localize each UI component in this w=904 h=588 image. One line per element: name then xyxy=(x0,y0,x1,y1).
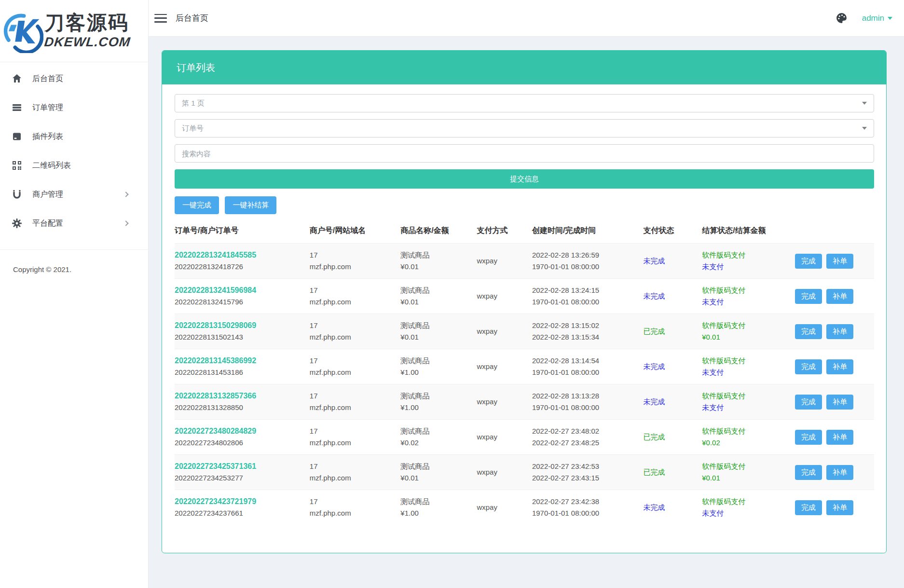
search-input[interactable] xyxy=(175,144,874,163)
product-name: 测试商品 xyxy=(400,249,473,261)
menu-toggle-icon[interactable] xyxy=(154,14,167,23)
product-name: 测试商品 xyxy=(400,320,473,331)
brand-logo-icon xyxy=(3,9,43,53)
order-number-link[interactable]: 2022022723480284829 xyxy=(175,425,306,437)
finish-order-button[interactable]: 完成 xyxy=(795,465,822,480)
sidebar: 刀客源码 DKEWL.COM 后台首页 订单管理 插件列表 二维码列表 xyxy=(0,0,149,588)
order-number-link[interactable]: 2022022813132857366 xyxy=(175,390,306,402)
settle-channel: 软件版码支付 xyxy=(702,461,791,472)
settle-channel: 软件版码支付 xyxy=(702,249,791,261)
finish-order-button[interactable]: 完成 xyxy=(795,500,822,515)
order-row: 20220228131328573662022022813132885017mz… xyxy=(175,384,874,420)
settle-channel: 软件版码支付 xyxy=(702,496,791,507)
order-number-link[interactable]: 2022022723423721979 xyxy=(175,496,306,507)
product-amount: ¥0.01 xyxy=(400,261,473,273)
merchant-id: 17 xyxy=(310,249,397,261)
order-number-link[interactable]: 2022022813150298069 xyxy=(175,320,306,331)
settle-amount: ¥0.02 xyxy=(702,437,791,449)
merchant-id: 17 xyxy=(310,461,397,472)
finish-order-button[interactable]: 完成 xyxy=(795,254,822,269)
finished-time: 1970-01-01 08:00:00 xyxy=(532,367,640,378)
order-number-link[interactable]: 2022022723425371361 xyxy=(175,461,306,472)
brand-logo[interactable]: 刀客源码 DKEWL.COM xyxy=(0,0,148,62)
merchant-order-number: 20220228131502143 xyxy=(175,333,243,341)
settle-all-button[interactable]: 一键补结算 xyxy=(225,196,276,214)
panel-body: 第 1 页 订单号 提交信息 一键完成 一键补结算 xyxy=(162,84,886,553)
finished-time: 1970-01-01 08:00:00 xyxy=(532,261,640,273)
order-number-link[interactable]: 2022022813145386992 xyxy=(175,355,306,367)
search-type-select[interactable]: 订单号 xyxy=(175,119,874,137)
product-amount: ¥0.02 xyxy=(400,437,473,449)
site-domain: mzf.php.com xyxy=(310,367,397,378)
column-header: 商户号/网站域名 xyxy=(310,219,400,244)
created-time: 2022-02-28 13:26:59 xyxy=(532,249,640,261)
merchant-order-number: 20220227234802806 xyxy=(175,438,243,447)
reissue-order-button[interactable]: 补单 xyxy=(826,324,853,339)
finished-time: 1970-01-01 08:00:00 xyxy=(532,296,640,308)
content-area: 订单列表 第 1 页 订单号 提交信息 一键完成 一键补结算 xyxy=(149,37,904,588)
settle-channel: 软件版码支付 xyxy=(702,425,791,437)
pay-method: wxpay xyxy=(477,327,497,335)
page-select[interactable]: 第 1 页 xyxy=(175,94,874,112)
pay-status: 已完成 xyxy=(643,433,665,441)
reissue-order-button[interactable]: 补单 xyxy=(826,359,853,374)
product-name: 测试商品 xyxy=(400,390,473,402)
finish-order-button[interactable]: 完成 xyxy=(795,324,822,339)
pay-status: 未完成 xyxy=(643,397,665,406)
finish-order-button[interactable]: 完成 xyxy=(795,289,822,304)
submit-button[interactable]: 提交信息 xyxy=(175,169,874,189)
merchant-order-number: 20220228132418726 xyxy=(175,262,243,271)
sidebar-item-label: 订单管理 xyxy=(32,103,63,113)
product-amount: ¥0.01 xyxy=(400,331,473,343)
sidebar-item-orders[interactable]: 订单管理 xyxy=(0,93,148,122)
column-header: 创建时间/完成时间 xyxy=(532,219,644,244)
merchant-id: 17 xyxy=(310,285,397,296)
order-number-link[interactable]: 2022022813241596984 xyxy=(175,285,306,296)
pay-status: 未完成 xyxy=(643,503,665,511)
reissue-order-button[interactable]: 补单 xyxy=(826,430,853,445)
sidebar-item-plugins[interactable]: 插件列表 xyxy=(0,122,148,151)
product-amount: ¥0.01 xyxy=(400,296,473,308)
reissue-order-button[interactable]: 补单 xyxy=(826,465,853,480)
column-header: 结算状态/结算金额 xyxy=(702,219,795,244)
order-row: 20220228132418455852022022813241872617mz… xyxy=(175,244,874,279)
reissue-order-button[interactable]: 补单 xyxy=(826,395,853,410)
finish-order-button[interactable]: 完成 xyxy=(795,359,822,374)
pay-status: 未完成 xyxy=(643,257,665,265)
product-name: 测试商品 xyxy=(400,496,473,507)
pay-status: 未完成 xyxy=(643,362,665,370)
settle-amount: ¥0.01 xyxy=(702,331,791,343)
finished-time: 1970-01-01 08:00:00 xyxy=(532,507,640,519)
created-time: 2022-02-28 13:14:54 xyxy=(532,355,640,367)
reissue-order-button[interactable]: 补单 xyxy=(826,500,853,515)
order-row: 20220227234802848292022022723480280617mz… xyxy=(175,420,874,455)
pay-status: 未完成 xyxy=(643,292,665,300)
theme-palette-icon[interactable] xyxy=(836,12,848,24)
complete-all-button[interactable]: 一键完成 xyxy=(175,196,219,214)
order-number-link[interactable]: 2022022813241845585 xyxy=(175,249,306,261)
page-select-value: 第 1 页 xyxy=(182,99,205,108)
created-time: 2022-02-28 13:15:02 xyxy=(532,320,640,331)
brand-name-cn: 刀客源码 xyxy=(44,13,130,33)
merchant-id: 17 xyxy=(310,390,397,402)
user-menu[interactable]: admin xyxy=(862,14,892,23)
reissue-order-button[interactable]: 补单 xyxy=(826,289,853,304)
orders-table-header: 订单号/商户订单号商户号/网站域名商品名称/金额支付方式创建时间/完成时间支付状… xyxy=(175,219,874,244)
sidebar-item-merchants[interactable]: 商户管理 xyxy=(0,180,148,209)
merchant-order-number: 20220228131328850 xyxy=(175,403,243,411)
order-row: 20220228131502980692022022813150214317mz… xyxy=(175,314,874,349)
sidebar-item-platform-config[interactable]: 平台配置 xyxy=(0,209,148,238)
merchant-id: 17 xyxy=(310,496,397,507)
site-domain: mzf.php.com xyxy=(310,261,397,273)
finish-order-button[interactable]: 完成 xyxy=(795,430,822,445)
finished-time: 1970-01-01 08:00:00 xyxy=(532,402,640,413)
sidebar-item-qrcodes[interactable]: 二维码列表 xyxy=(0,151,148,180)
sidebar-item-dashboard[interactable]: 后台首页 xyxy=(0,64,148,93)
pay-method: wxpay xyxy=(477,292,497,300)
settle-amount: 未支付 xyxy=(702,367,791,378)
home-icon xyxy=(12,74,22,83)
reissue-order-button[interactable]: 补单 xyxy=(826,254,853,269)
list-icon xyxy=(12,103,22,112)
pay-method: wxpay xyxy=(477,468,497,476)
finish-order-button[interactable]: 完成 xyxy=(795,395,822,410)
